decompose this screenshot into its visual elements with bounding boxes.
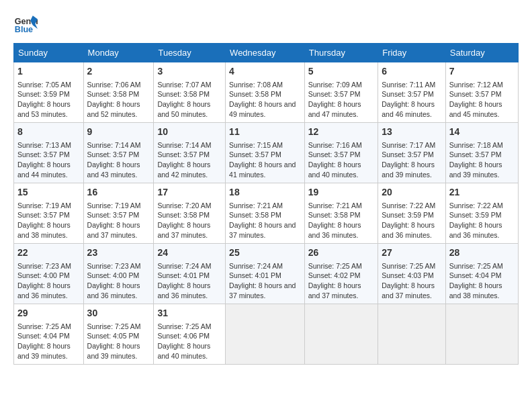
day-cell-3: 3Sunrise: 7:07 AMSunset: 3:58 PMDaylight… [154,62,226,123]
day-number: 4 [229,65,301,79]
day-cell-7: 7Sunrise: 7:12 AMSunset: 3:57 PMDaylight… [445,62,518,123]
weekday-header-row: SundayMondayTuesdayWednesdayThursdayFrid… [14,44,519,62]
weekday-header-thursday: Thursday [304,44,378,62]
empty-cell [304,304,378,365]
day-number: 14 [449,126,515,139]
day-info: Sunrise: 7:16 AMSunset: 3:57 PMDaylight:… [308,140,374,180]
day-cell-4: 4Sunrise: 7:08 AMSunset: 3:58 PMDaylight… [226,62,305,123]
day-info: Sunrise: 7:23 AMSunset: 4:00 PMDaylight:… [17,261,80,301]
day-info: Sunrise: 7:19 AMSunset: 3:57 PMDaylight:… [87,201,150,240]
day-number: 28 [449,246,515,260]
day-info: Sunrise: 7:24 AMSunset: 4:01 PMDaylight:… [157,261,222,301]
day-cell-16: 16Sunrise: 7:19 AMSunset: 3:57 PMDayligh… [83,183,154,244]
empty-cell [226,304,305,365]
day-info: Sunrise: 7:06 AMSunset: 3:58 PMDaylight:… [87,80,150,120]
day-number: 15 [17,186,80,199]
day-cell-31: 31Sunrise: 7:25 AMSunset: 4:06 PMDayligh… [154,304,226,365]
day-cell-9: 9Sunrise: 7:14 AMSunset: 3:57 PMDaylight… [83,123,154,183]
day-info: Sunrise: 7:13 AMSunset: 3:57 PMDaylight:… [17,140,80,180]
day-info: Sunrise: 7:21 AMSunset: 3:58 PMDaylight:… [229,201,301,240]
weekday-header-friday: Friday [378,44,446,62]
week-row-2: 8Sunrise: 7:13 AMSunset: 3:57 PMDaylight… [14,123,519,183]
day-cell-18: 18Sunrise: 7:21 AMSunset: 3:58 PMDayligh… [226,183,305,244]
day-info: Sunrise: 7:14 AMSunset: 3:57 PMDaylight:… [157,140,222,180]
day-number: 26 [308,246,374,260]
day-cell-20: 20Sunrise: 7:22 AMSunset: 3:59 PMDayligh… [378,183,446,244]
svg-text:Blue: Blue [15,25,33,34]
logo: General Blue [13,11,38,35]
day-info: Sunrise: 7:20 AMSunset: 3:58 PMDaylight:… [157,201,222,240]
day-info: Sunrise: 7:25 AMSunset: 4:04 PMDaylight:… [17,322,80,361]
header: General Blue [13,11,519,35]
day-info: Sunrise: 7:25 AMSunset: 4:06 PMDaylight:… [157,322,222,361]
day-cell-5: 5Sunrise: 7:09 AMSunset: 3:57 PMDaylight… [304,62,378,123]
day-number: 19 [308,186,374,199]
empty-cell [378,304,446,365]
day-number: 29 [17,307,80,320]
day-cell-25: 25Sunrise: 7:24 AMSunset: 4:01 PMDayligh… [226,244,305,304]
week-row-1: 1Sunrise: 7:05 AMSunset: 3:59 PMDaylight… [14,62,519,123]
day-number: 31 [157,307,222,320]
day-cell-6: 6Sunrise: 7:11 AMSunset: 3:57 PMDaylight… [378,62,446,123]
day-cell-28: 28Sunrise: 7:25 AMSunset: 4:04 PMDayligh… [445,244,518,304]
week-row-5: 29Sunrise: 7:25 AMSunset: 4:04 PMDayligh… [14,304,519,365]
day-number: 21 [449,186,515,199]
day-cell-14: 14Sunrise: 7:18 AMSunset: 3:57 PMDayligh… [445,123,518,183]
day-info: Sunrise: 7:07 AMSunset: 3:58 PMDaylight:… [157,80,222,120]
day-number: 25 [229,246,301,260]
empty-cell [445,304,518,365]
weekday-header-sunday: Sunday [14,44,84,62]
weekday-header-saturday: Saturday [445,44,518,62]
day-number: 9 [87,126,150,139]
day-number: 7 [449,65,515,79]
day-info: Sunrise: 7:09 AMSunset: 3:57 PMDaylight:… [308,80,374,120]
day-cell-27: 27Sunrise: 7:25 AMSunset: 4:03 PMDayligh… [378,244,446,304]
day-number: 30 [87,307,150,320]
day-info: Sunrise: 7:05 AMSunset: 3:59 PMDaylight:… [17,80,80,120]
day-cell-30: 30Sunrise: 7:25 AMSunset: 4:05 PMDayligh… [83,304,154,365]
day-info: Sunrise: 7:18 AMSunset: 3:57 PMDaylight:… [449,140,515,180]
day-number: 3 [157,65,222,79]
day-cell-17: 17Sunrise: 7:20 AMSunset: 3:58 PMDayligh… [154,183,226,244]
week-row-4: 22Sunrise: 7:23 AMSunset: 4:00 PMDayligh… [14,244,519,304]
day-number: 17 [157,186,222,199]
day-number: 6 [382,65,442,79]
weekday-header-tuesday: Tuesday [154,44,226,62]
day-number: 5 [308,65,374,79]
day-cell-15: 15Sunrise: 7:19 AMSunset: 3:57 PMDayligh… [14,183,84,244]
day-number: 23 [87,246,150,260]
day-info: Sunrise: 7:22 AMSunset: 3:59 PMDaylight:… [449,201,515,240]
day-number: 12 [308,126,374,139]
day-number: 8 [17,126,80,139]
day-info: Sunrise: 7:25 AMSunset: 4:02 PMDaylight:… [308,261,374,301]
day-cell-2: 2Sunrise: 7:06 AMSunset: 3:58 PMDaylight… [83,62,154,123]
weekday-header-monday: Monday [83,44,154,62]
day-cell-24: 24Sunrise: 7:24 AMSunset: 4:01 PMDayligh… [154,244,226,304]
day-info: Sunrise: 7:25 AMSunset: 4:04 PMDaylight:… [449,261,515,301]
day-info: Sunrise: 7:22 AMSunset: 3:59 PMDaylight:… [382,201,442,240]
day-cell-11: 11Sunrise: 7:15 AMSunset: 3:57 PMDayligh… [226,123,305,183]
day-info: Sunrise: 7:19 AMSunset: 3:57 PMDaylight:… [17,201,80,240]
day-number: 16 [87,186,150,199]
day-info: Sunrise: 7:24 AMSunset: 4:01 PMDaylight:… [229,261,301,301]
day-number: 13 [382,126,442,139]
day-info: Sunrise: 7:25 AMSunset: 4:03 PMDaylight:… [382,261,442,301]
day-info: Sunrise: 7:12 AMSunset: 3:57 PMDaylight:… [449,80,515,120]
day-info: Sunrise: 7:15 AMSunset: 3:57 PMDaylight:… [229,140,301,180]
day-info: Sunrise: 7:11 AMSunset: 3:57 PMDaylight:… [382,80,442,120]
day-info: Sunrise: 7:08 AMSunset: 3:58 PMDaylight:… [229,80,301,120]
day-cell-22: 22Sunrise: 7:23 AMSunset: 4:00 PMDayligh… [14,244,84,304]
day-cell-12: 12Sunrise: 7:16 AMSunset: 3:57 PMDayligh… [304,123,378,183]
day-number: 22 [17,246,80,260]
day-cell-13: 13Sunrise: 7:17 AMSunset: 3:57 PMDayligh… [378,123,446,183]
day-cell-1: 1Sunrise: 7:05 AMSunset: 3:59 PMDaylight… [14,62,84,123]
day-cell-21: 21Sunrise: 7:22 AMSunset: 3:59 PMDayligh… [445,183,518,244]
day-number: 2 [87,65,150,79]
day-number: 18 [229,186,301,199]
day-number: 27 [382,246,442,260]
day-number: 1 [17,65,80,79]
day-info: Sunrise: 7:21 AMSunset: 3:58 PMDaylight:… [308,201,374,240]
day-cell-23: 23Sunrise: 7:23 AMSunset: 4:00 PMDayligh… [83,244,154,304]
day-info: Sunrise: 7:23 AMSunset: 4:00 PMDaylight:… [87,261,150,301]
day-cell-29: 29Sunrise: 7:25 AMSunset: 4:04 PMDayligh… [14,304,84,365]
